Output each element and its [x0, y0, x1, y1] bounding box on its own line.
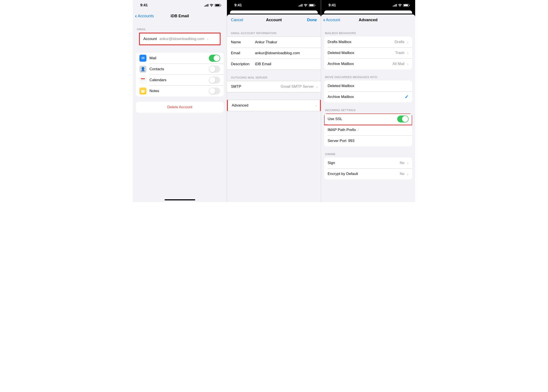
move-archive-row[interactable]: Archive Mailbox ✓: [324, 91, 412, 102]
account-row[interactable]: Account ankur@idownloadblog.com ›: [140, 34, 220, 44]
wifi-icon: [398, 4, 402, 7]
calendars-toggle[interactable]: [209, 77, 220, 84]
cellular-icon: [204, 4, 208, 7]
email-label: Email: [231, 51, 255, 55]
contacts-toggle[interactable]: [209, 66, 220, 73]
mail-icon: ✉︎: [139, 55, 146, 62]
status-time: 9:41: [140, 3, 148, 7]
svg-point-7: [142, 81, 143, 81]
imap-prefix-row[interactable]: IMAP Path Prefix /: [324, 125, 412, 135]
delete-account-label: Delete Account: [167, 105, 192, 109]
svg-point-5: [144, 80, 144, 80]
mail-toggle[interactable]: [209, 55, 220, 62]
service-mail-row[interactable]: ✉︎ Mail: [136, 53, 224, 64]
ssl-toggle[interactable]: [397, 115, 409, 123]
advanced-label: Advanced: [232, 103, 248, 108]
notes-toggle[interactable]: [209, 87, 220, 95]
nav-bar: ‹ Account Advanced: [321, 14, 415, 25]
sheet-background-card: [230, 11, 318, 14]
service-calendars-label: Calendars: [149, 78, 167, 82]
advanced-row[interactable]: Advanced ›: [228, 100, 320, 111]
deleted-mailbox-label: Deleted Mailbox: [328, 51, 354, 55]
status-bar: 9:41: [227, 0, 321, 11]
name-label: Name: [231, 40, 255, 44]
battery-icon: [309, 4, 315, 7]
status-time: 9:41: [328, 3, 336, 7]
name-value: Ankur Thakur: [255, 40, 277, 44]
use-ssl-row[interactable]: Use SSL: [324, 113, 412, 125]
notes-icon: [139, 87, 146, 95]
sign-row[interactable]: Sign No ›: [324, 157, 412, 168]
email-row[interactable]: Email ankur@idownloadblog.com: [227, 48, 321, 59]
encrypt-value: No: [400, 172, 406, 176]
back-button[interactable]: ‹ Account: [323, 14, 340, 25]
service-contacts-label: Contacts: [149, 67, 164, 71]
archive-mailbox-row[interactable]: Archive Mailbox All Mail ›: [324, 58, 412, 69]
section-header-move: MOVE DISCARDED MESSAGES INTO:: [321, 69, 415, 81]
page-title: iDB Email: [171, 14, 189, 18]
email-value: ankur@idownloadblog.com: [255, 51, 300, 55]
page-title: Advanced: [359, 18, 377, 22]
service-notes-row[interactable]: Notes: [136, 85, 224, 97]
contacts-icon: 👤: [139, 66, 146, 73]
svg-point-6: [142, 81, 142, 81]
name-row[interactable]: Name Ankur Thakur: [227, 37, 321, 48]
cancel-button[interactable]: Cancel: [231, 14, 243, 25]
drafts-mailbox-row[interactable]: Drafts Mailbox Drafts ›: [324, 36, 412, 48]
move-deleted-row[interactable]: Deleted Mailbox: [324, 81, 412, 91]
service-calendars-row[interactable]: Calendars: [136, 75, 224, 85]
status-icons: [299, 4, 315, 7]
done-button[interactable]: Done: [307, 14, 317, 25]
cancel-label: Cancel: [231, 18, 243, 22]
section-header-incoming: INCOMING SETTINGS: [321, 102, 415, 113]
smtp-row[interactable]: SMTP Gmail SMTP Server ›: [227, 81, 321, 92]
service-notes-label: Notes: [149, 89, 159, 93]
status-bar: 9:41: [321, 0, 415, 11]
delete-account-button[interactable]: Delete Account: [136, 102, 224, 113]
back-button[interactable]: ‹ Accounts: [135, 11, 154, 21]
chevron-right-icon: ›: [407, 161, 409, 166]
imap-prefix-value: /: [358, 128, 359, 132]
move-archive-label: Archive Mailbox: [328, 95, 354, 99]
description-row[interactable]: Description iDB Email: [227, 59, 321, 70]
chevron-left-icon: ‹: [323, 17, 325, 23]
service-mail-label: Mail: [149, 56, 156, 60]
deleted-mailbox-row[interactable]: Deleted Mailbox Trash ›: [324, 48, 412, 58]
drafts-mailbox-label: Drafts Mailbox: [328, 40, 351, 44]
chevron-right-icon: ›: [315, 103, 317, 108]
svg-point-4: [143, 80, 143, 80]
section-header-smime: S/MIME: [321, 146, 415, 157]
chevron-right-icon: ›: [407, 62, 409, 67]
sign-label: Sign: [328, 161, 335, 165]
description-value: iDB Email: [255, 62, 271, 66]
use-ssl-label: Use SSL: [328, 117, 342, 121]
nav-bar: ‹ Accounts iDB Email: [133, 11, 227, 21]
server-port-label: Server Port: [328, 139, 346, 143]
archive-mailbox-value: All Mail: [393, 62, 406, 66]
cellular-icon: [393, 4, 397, 7]
drafts-mailbox-value: Drafts: [395, 40, 406, 44]
status-time: 9:41: [234, 3, 242, 7]
encrypt-row[interactable]: Encrypt by Default No ›: [324, 168, 412, 179]
chevron-right-icon: ›: [407, 50, 409, 56]
server-port-value: 993: [348, 139, 354, 143]
page-title: Account: [266, 18, 282, 22]
imap-prefix-label: IMAP Path Prefix: [328, 128, 356, 132]
service-contacts-row[interactable]: 👤 Contacts: [136, 64, 224, 75]
back-label: Accounts: [138, 14, 154, 18]
sign-value: No: [400, 161, 406, 165]
checkmark-icon: ✓: [405, 94, 409, 100]
chevron-right-icon: ›: [407, 171, 409, 176]
section-header-gmail: GMAIL: [133, 21, 227, 33]
server-port-row[interactable]: Server Port 993: [324, 135, 412, 146]
description-label: Description: [231, 62, 255, 66]
deleted-mailbox-value: Trash: [395, 51, 406, 55]
archive-mailbox-label: Archive Mailbox: [328, 62, 354, 66]
status-icons: [393, 4, 409, 7]
svg-rect-1: [141, 79, 145, 82]
smtp-value: Gmail SMTP Server: [281, 84, 315, 89]
calendar-icon: [139, 77, 146, 84]
sheet-background-card: [324, 11, 412, 14]
cellular-icon: [299, 4, 302, 7]
status-bar: 9:41: [133, 0, 227, 11]
